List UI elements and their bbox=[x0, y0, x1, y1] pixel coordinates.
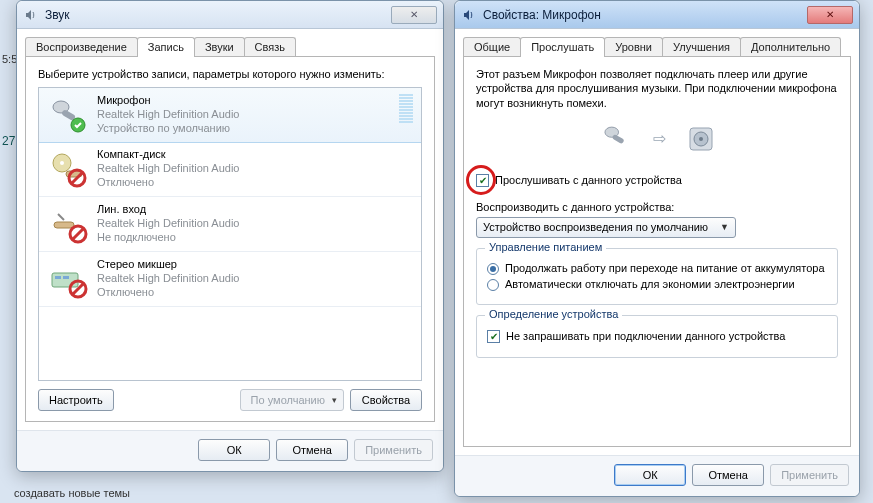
device-name: Лин. вход bbox=[97, 203, 413, 217]
svg-rect-9 bbox=[52, 273, 78, 287]
svg-rect-11 bbox=[63, 276, 69, 279]
ok-button[interactable]: ОК bbox=[198, 439, 270, 461]
tab-recording[interactable]: Запись bbox=[137, 37, 195, 57]
device-stereomix[interactable]: Стерео микшер Realtek High Definition Au… bbox=[39, 252, 421, 307]
device-name: Микрофон bbox=[97, 94, 395, 108]
tab-advanced[interactable]: Дополнительно bbox=[740, 37, 841, 56]
description-text: Этот разъем Микрофон позволяет подключат… bbox=[476, 67, 838, 110]
apply-button[interactable]: Применить bbox=[770, 464, 849, 486]
microphone-icon bbox=[47, 94, 89, 136]
tab-playback[interactable]: Воспроизведение bbox=[25, 37, 138, 56]
set-default-button[interactable]: По умолчанию bbox=[240, 389, 344, 411]
detect-group-title: Определение устройства bbox=[485, 308, 622, 320]
tab-listen[interactable]: Прослушать bbox=[520, 37, 605, 57]
apply-button[interactable]: Применить bbox=[354, 439, 433, 461]
bg-themes-text: создавать новые темы bbox=[14, 487, 130, 499]
ok-button[interactable]: ОК bbox=[614, 464, 686, 486]
speaker-icon bbox=[461, 7, 477, 23]
svg-rect-10 bbox=[55, 276, 61, 279]
linein-icon bbox=[47, 203, 89, 245]
detection-group: Определение устройства ✔ Не запрашивать … bbox=[476, 315, 838, 358]
mic-properties-window: Свойства: Микрофон ✕ Общие Прослушать Ур… bbox=[454, 0, 860, 497]
props-tabs: Общие Прослушать Уровни Улучшения Дополн… bbox=[463, 35, 851, 57]
svg-point-4 bbox=[60, 161, 64, 165]
playback-device-select[interactable]: Устройство воспроизведения по умолчанию … bbox=[476, 217, 736, 238]
device-cd[interactable]: Компакт-диск Realtek High Definition Aud… bbox=[39, 142, 421, 197]
speaker-device-icon bbox=[686, 124, 716, 154]
configure-button[interactable]: Настроить bbox=[38, 389, 114, 411]
device-driver: Realtek High Definition Audio bbox=[97, 162, 413, 176]
power-opt2-label: Автоматически отключать для экономии эле… bbox=[505, 278, 795, 290]
power-option-auto-off[interactable]: Автоматически отключать для экономии эле… bbox=[487, 278, 827, 291]
sound-tabs: Воспроизведение Запись Звуки Связь bbox=[25, 35, 435, 57]
arrow-right-icon: ⇨ bbox=[653, 129, 666, 148]
device-linein[interactable]: Лин. вход Realtek High Definition Audio … bbox=[39, 197, 421, 252]
device-status: Отключено bbox=[97, 286, 413, 300]
device-name: Стерео микшер bbox=[97, 258, 413, 272]
listen-label: Прослушивать с данного устройства bbox=[495, 174, 682, 186]
listen-checkbox[interactable]: ✔ bbox=[476, 174, 489, 187]
close-button[interactable]: ✕ bbox=[807, 6, 853, 24]
props-title: Свойства: Микрофон bbox=[483, 8, 805, 22]
tab-levels[interactable]: Уровни bbox=[604, 37, 663, 56]
device-driver: Realtek High Definition Audio bbox=[97, 272, 413, 286]
props-footer: ОК Отмена Применить bbox=[455, 455, 859, 496]
svg-rect-7 bbox=[54, 222, 74, 228]
cd-icon bbox=[47, 148, 89, 190]
detect-label: Не запрашивать при подключении данного у… bbox=[506, 330, 785, 342]
power-option-continue[interactable]: Продолжать работу при переходе на питани… bbox=[487, 262, 827, 275]
microphone-icon bbox=[599, 122, 633, 156]
stereomix-icon bbox=[47, 258, 89, 300]
radio-auto-off[interactable] bbox=[487, 279, 499, 291]
svg-point-17 bbox=[699, 137, 703, 141]
sound-titlebar[interactable]: Звук ✕ bbox=[17, 1, 443, 29]
device-name: Компакт-диск bbox=[97, 148, 413, 162]
select-value: Устройство воспроизведения по умолчанию bbox=[483, 221, 708, 233]
cancel-button[interactable]: Отмена bbox=[276, 439, 348, 461]
playback-device-label: Воспроизводить с данного устройства: bbox=[476, 201, 838, 213]
radio-continue[interactable] bbox=[487, 263, 499, 275]
close-button[interactable]: ✕ bbox=[391, 6, 437, 24]
illustration: ⇨ bbox=[476, 122, 838, 156]
tab-general[interactable]: Общие bbox=[463, 37, 521, 56]
sound-window: Звук ✕ Воспроизведение Запись Звуки Связ… bbox=[16, 0, 444, 472]
detect-checkbox[interactable]: ✔ bbox=[487, 330, 500, 343]
sound-title: Звук bbox=[45, 8, 389, 22]
power-opt1-label: Продолжать работу при переходе на питани… bbox=[505, 262, 825, 274]
svg-rect-14 bbox=[611, 134, 624, 144]
props-titlebar[interactable]: Свойства: Микрофон ✕ bbox=[455, 1, 859, 29]
speaker-icon bbox=[23, 7, 39, 23]
properties-button[interactable]: Свойства bbox=[350, 389, 422, 411]
level-meter bbox=[399, 94, 413, 123]
device-microphone[interactable]: Микрофон Realtek High Definition Audio У… bbox=[38, 87, 422, 143]
device-list: Микрофон Realtek High Definition Audio У… bbox=[38, 87, 422, 381]
device-status: Не подключено bbox=[97, 231, 413, 245]
power-management-group: Управление питанием Продолжать работу пр… bbox=[476, 248, 838, 305]
tab-sounds[interactable]: Звуки bbox=[194, 37, 245, 56]
tab-enhancements[interactable]: Улучшения bbox=[662, 37, 741, 56]
chevron-down-icon: ▼ bbox=[720, 222, 729, 232]
cancel-button[interactable]: Отмена bbox=[692, 464, 764, 486]
detect-checkbox-row[interactable]: ✔ Не запрашивать при подключении данного… bbox=[487, 330, 827, 343]
instruction-text: Выберите устройство записи, параметры ко… bbox=[38, 67, 422, 81]
tab-communications[interactable]: Связь bbox=[244, 37, 296, 56]
listen-checkbox-row[interactable]: ✔ Прослушивать с данного устройства bbox=[476, 174, 838, 187]
device-driver: Realtek High Definition Audio bbox=[97, 217, 413, 231]
device-driver: Realtek High Definition Audio bbox=[97, 108, 395, 122]
power-group-title: Управление питанием bbox=[485, 241, 606, 253]
device-status: Устройство по умолчанию bbox=[97, 122, 395, 136]
device-status: Отключено bbox=[97, 176, 413, 190]
sound-footer: ОК Отмена Применить bbox=[17, 430, 443, 471]
